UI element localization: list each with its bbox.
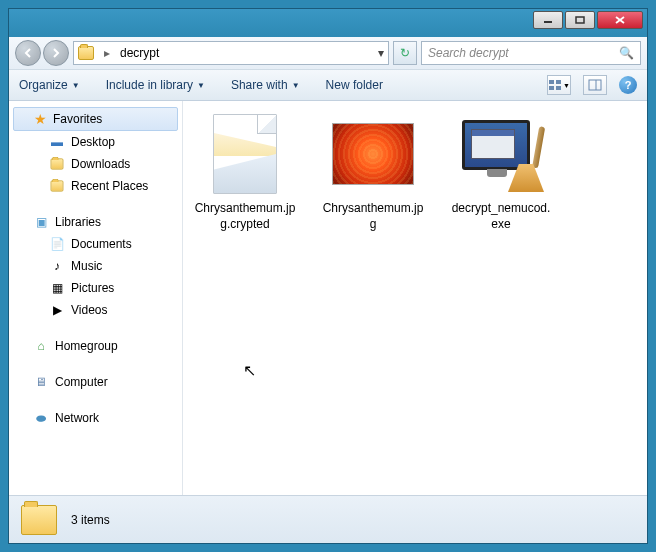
back-button[interactable] xyxy=(15,40,41,66)
recent-icon xyxy=(49,178,65,194)
refresh-button[interactable]: ↻ xyxy=(393,41,417,65)
desktop-icon: ▬ xyxy=(49,134,65,150)
file-label: Chrysanthemum.jpg.crypted xyxy=(193,201,297,232)
file-label: Chrysanthemum.jpg xyxy=(321,201,425,232)
change-view-button[interactable]: ▼ xyxy=(547,75,571,95)
star-icon: ★ xyxy=(34,111,47,127)
organize-menu[interactable]: Organize▼ xyxy=(19,78,80,92)
sidebar-favorites[interactable]: ★Favorites xyxy=(13,107,178,131)
nav-row: ▸ decrypt ▾ ↻ Search decrypt 🔍 xyxy=(9,37,647,69)
file-item[interactable]: Chrysanthemum.jpg xyxy=(321,111,425,232)
chevron-down-icon: ▼ xyxy=(197,81,205,90)
file-label: decrypt_nemucod.exe xyxy=(449,201,553,232)
exe-icon xyxy=(458,114,544,194)
documents-icon: 📄 xyxy=(49,236,65,252)
svg-rect-7 xyxy=(556,86,561,90)
address-bar[interactable]: ▸ decrypt ▾ xyxy=(73,41,389,65)
network-icon: ⬬ xyxy=(33,410,49,426)
file-list[interactable]: Chrysanthemum.jpg.crypted Chrysanthemum.… xyxy=(183,101,647,495)
sidebar-item-pictures[interactable]: ▦Pictures xyxy=(9,277,182,299)
sidebar-item-music[interactable]: ♪Music xyxy=(9,255,182,277)
crypted-file-icon xyxy=(213,114,277,194)
sidebar-item-documents[interactable]: 📄Documents xyxy=(9,233,182,255)
search-box[interactable]: Search decrypt 🔍 xyxy=(421,41,641,65)
body: ★Favorites ▬Desktop Downloads Recent Pla… xyxy=(9,101,647,495)
status-bar: 3 items xyxy=(9,495,647,543)
titlebar xyxy=(9,9,647,37)
file-item[interactable]: decrypt_nemucod.exe xyxy=(449,111,553,232)
include-in-library-menu[interactable]: Include in library▼ xyxy=(106,78,205,92)
folder-icon xyxy=(78,46,94,60)
breadcrumb-chevron-icon[interactable]: ▸ xyxy=(100,46,114,60)
pictures-icon: ▦ xyxy=(49,280,65,296)
command-bar: Organize▼ Include in library▼ Share with… xyxy=(9,69,647,101)
downloads-icon xyxy=(49,156,65,172)
sidebar-item-desktop[interactable]: ▬Desktop xyxy=(9,131,182,153)
libraries-icon: ▣ xyxy=(33,214,49,230)
sidebar-item-recent[interactable]: Recent Places xyxy=(9,175,182,197)
svg-rect-6 xyxy=(549,86,554,90)
homegroup-icon: ⌂ xyxy=(33,338,49,354)
address-dropdown-icon[interactable]: ▾ xyxy=(378,46,384,60)
preview-pane-button[interactable] xyxy=(583,75,607,95)
status-text: 3 items xyxy=(71,513,110,527)
folder-icon xyxy=(21,505,57,535)
new-folder-button[interactable]: New folder xyxy=(326,78,383,92)
computer-icon: 🖥 xyxy=(33,374,49,390)
navigation-pane: ★Favorites ▬Desktop Downloads Recent Pla… xyxy=(9,101,183,495)
chevron-down-icon: ▼ xyxy=(72,81,80,90)
minimize-button[interactable] xyxy=(533,11,563,29)
close-button[interactable] xyxy=(597,11,643,29)
sidebar-libraries[interactable]: ▣Libraries xyxy=(9,211,182,233)
sidebar-network[interactable]: ⬬Network xyxy=(9,407,182,429)
sidebar-item-downloads[interactable]: Downloads xyxy=(9,153,182,175)
search-icon: 🔍 xyxy=(619,46,634,60)
svg-rect-5 xyxy=(556,80,561,84)
sidebar-computer[interactable]: 🖥Computer xyxy=(9,371,182,393)
svg-rect-1 xyxy=(576,17,584,23)
mouse-cursor-icon: ↖ xyxy=(243,361,256,380)
maximize-button[interactable] xyxy=(565,11,595,29)
image-thumbnail xyxy=(332,123,414,185)
explorer-window: ▸ decrypt ▾ ↻ Search decrypt 🔍 Organize▼… xyxy=(8,8,648,544)
breadcrumb-segment[interactable]: decrypt xyxy=(120,46,159,60)
search-placeholder: Search decrypt xyxy=(428,46,509,60)
chevron-down-icon: ▼ xyxy=(292,81,300,90)
forward-button[interactable] xyxy=(43,40,69,66)
help-button[interactable]: ? xyxy=(619,76,637,94)
file-item[interactable]: Chrysanthemum.jpg.crypted xyxy=(193,111,297,232)
svg-rect-4 xyxy=(549,80,554,84)
svg-rect-8 xyxy=(589,80,601,90)
videos-icon: ▶ xyxy=(49,302,65,318)
sidebar-homegroup[interactable]: ⌂Homegroup xyxy=(9,335,182,357)
sidebar-item-videos[interactable]: ▶Videos xyxy=(9,299,182,321)
share-with-menu[interactable]: Share with▼ xyxy=(231,78,300,92)
music-icon: ♪ xyxy=(49,258,65,274)
